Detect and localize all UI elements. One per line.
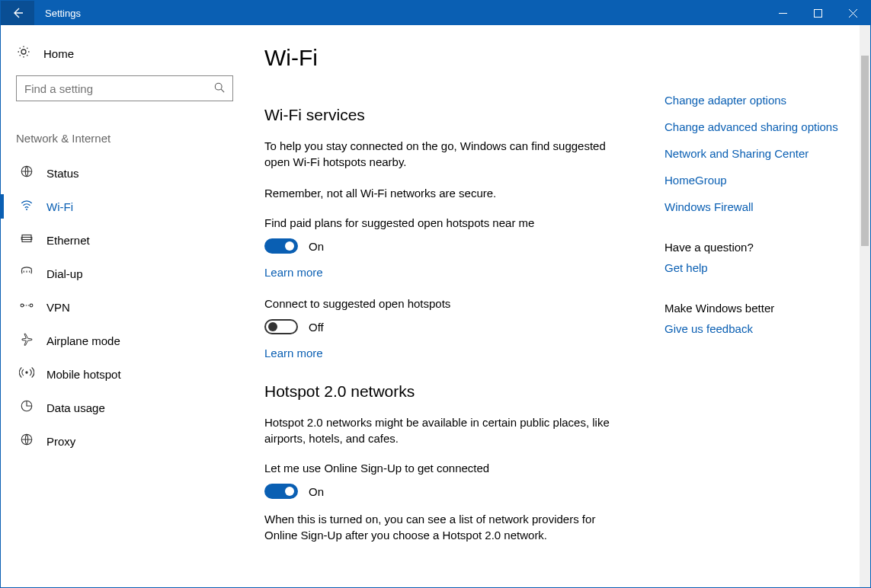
related-link-adapter[interactable]: Change adapter options	[664, 94, 838, 107]
get-help-link[interactable]: Get help	[664, 261, 838, 274]
online-signup-state: On	[309, 485, 324, 498]
paid-plans-toggle[interactable]	[264, 238, 298, 254]
sidebar: Home Network & Internet Status Wi-Fi	[1, 25, 245, 587]
scrollbar[interactable]	[860, 25, 870, 587]
sidebar-item-label: Status	[46, 167, 79, 180]
home-button[interactable]: Home	[16, 45, 229, 62]
titlebar: Settings	[1, 1, 870, 25]
sidebar-item-label: Proxy	[46, 435, 75, 448]
related-link-homegroup[interactable]: HomeGroup	[664, 174, 838, 187]
open-hotspots-state: Off	[309, 321, 324, 334]
sidebar-item-vpn[interactable]: VPN	[16, 290, 229, 324]
wifi-services-desc1: To help you stay connected on the go, Wi…	[264, 138, 611, 170]
sidebar-item-status[interactable]: Status	[16, 156, 229, 190]
airplane-icon	[19, 332, 34, 349]
related-link-sharing[interactable]: Change advanced sharing options	[664, 120, 838, 133]
learn-more-link-1[interactable]: Learn more	[264, 266, 611, 279]
maximize-icon	[814, 9, 822, 18]
sidebar-item-proxy[interactable]: Proxy	[16, 424, 229, 458]
sidebar-item-dialup[interactable]: Dial-up	[16, 257, 229, 290]
question-heading: Have a question?	[664, 241, 838, 254]
page-title: Wi-Fi	[264, 45, 840, 71]
hotspot20-heading: Hotspot 2.0 networks	[264, 382, 611, 401]
sidebar-item-hotspot[interactable]: Mobile hotspot	[16, 357, 229, 391]
online-signup-label: Let me use Online Sign-Up to get connect…	[264, 462, 611, 475]
paid-plans-label: Find paid plans for suggested open hotsp…	[264, 216, 611, 229]
settings-window: Settings Home Ne	[0, 0, 871, 588]
sidebar-item-airplane[interactable]: Airplane mode	[16, 324, 229, 357]
status-icon	[19, 165, 34, 181]
datausage-icon	[19, 399, 34, 416]
maximize-button[interactable]	[800, 1, 835, 25]
scrollbar-thumb[interactable]	[861, 56, 869, 246]
content-area: Home Network & Internet Status Wi-Fi	[1, 25, 870, 587]
sidebar-item-label: Dial-up	[46, 267, 83, 280]
dialup-icon	[19, 265, 34, 282]
sidebar-item-wifi[interactable]: Wi-Fi	[16, 190, 229, 223]
svg-point-6	[21, 304, 24, 307]
related-link-firewall[interactable]: Windows Firewall	[664, 200, 838, 213]
sidebar-category: Network & Internet	[16, 132, 229, 145]
related-link-network-center[interactable]: Network and Sharing Center	[664, 147, 838, 160]
home-label: Home	[43, 47, 74, 60]
feedback-link[interactable]: Give us feedback	[664, 322, 838, 335]
minimize-icon	[779, 9, 787, 18]
paid-plans-state: On	[309, 240, 324, 253]
gear-icon	[16, 45, 31, 62]
sidebar-item-label: VPN	[46, 301, 70, 314]
svg-point-8	[25, 371, 27, 373]
close-button[interactable]	[835, 1, 870, 25]
main-panel: Wi-Fi Wi-Fi services To help you stay co…	[245, 25, 870, 587]
search-input[interactable]	[24, 82, 214, 95]
sidebar-item-datausage[interactable]: Data usage	[16, 391, 229, 424]
sidebar-item-label: Mobile hotspot	[46, 368, 121, 381]
hotspot20-desc1: Hotspot 2.0 networks might be available …	[264, 414, 611, 446]
hotspot-icon	[19, 366, 34, 382]
related-column: Change adapter options Change advanced s…	[664, 98, 838, 558]
wifi-services-desc2: Remember, not all Wi-Fi networks are sec…	[264, 185, 611, 201]
online-signup-toggle[interactable]	[264, 484, 298, 499]
window-title: Settings	[34, 8, 81, 19]
svg-point-3	[26, 209, 27, 210]
close-icon	[849, 9, 857, 18]
wifi-icon	[19, 198, 34, 215]
learn-more-link-2[interactable]: Learn more	[264, 347, 611, 360]
sidebar-item-label: Wi-Fi	[46, 200, 73, 213]
ethernet-icon	[19, 232, 34, 248]
sidebar-item-label: Data usage	[46, 401, 105, 414]
sidebar-item-label: Ethernet	[46, 234, 90, 247]
sidebar-item-ethernet[interactable]: Ethernet	[16, 223, 229, 257]
svg-point-7	[30, 304, 33, 307]
settings-column: Wi-Fi services To help you stay connecte…	[264, 98, 611, 558]
search-box[interactable]	[16, 75, 233, 101]
hotspot20-desc2: When this is turned on, you can see a li…	[264, 511, 611, 543]
proxy-icon	[19, 433, 34, 449]
search-icon	[214, 82, 225, 95]
back-arrow-icon	[11, 7, 24, 19]
vpn-icon	[19, 299, 34, 315]
back-button[interactable]	[1, 1, 34, 25]
sidebar-item-label: Airplane mode	[46, 334, 120, 347]
svg-rect-0	[814, 9, 821, 17]
minimize-button[interactable]	[765, 1, 800, 25]
svg-rect-4	[22, 235, 31, 242]
wifi-services-heading: Wi-Fi services	[264, 106, 611, 124]
open-hotspots-label: Connect to suggested open hotspots	[264, 297, 611, 310]
svg-point-1	[215, 83, 222, 90]
open-hotspots-toggle[interactable]	[264, 319, 298, 334]
svg-rect-5	[21, 238, 32, 240]
better-heading: Make Windows better	[664, 302, 838, 315]
